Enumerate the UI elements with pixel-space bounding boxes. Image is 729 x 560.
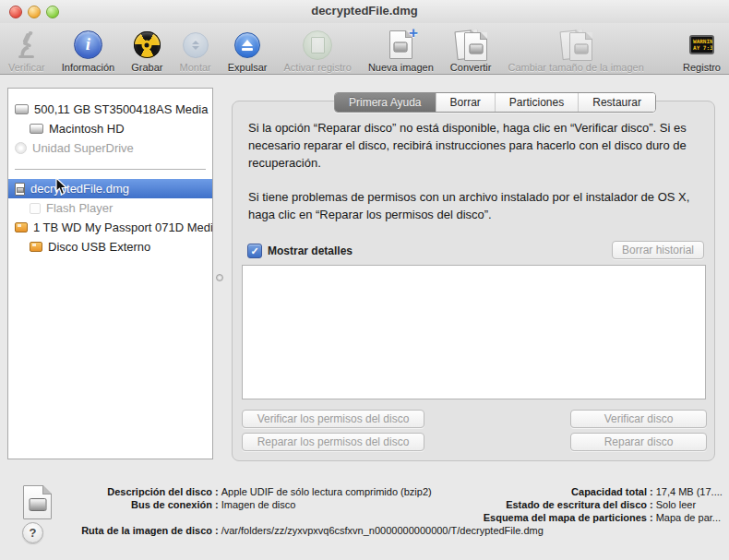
toolbar-item-label: Información (62, 61, 114, 74)
partition-scheme-line: Esquema del mapa de particiones : Mapa d… (388, 512, 729, 524)
sidebar-item-label: Disco USB Externo (48, 240, 150, 254)
tab-restore[interactable]: Restaurar (578, 93, 655, 112)
eject-toolbar-button[interactable]: Expulsar (220, 23, 276, 74)
verify-disk-button[interactable]: Verificar disco (570, 410, 707, 428)
sidebar-item-flash-player[interactable]: Flash Player (8, 198, 212, 218)
sidebar-item-label: 1 TB WD My Passport 071D Media (33, 220, 213, 234)
repair-disk-button[interactable]: Reparar disco (570, 433, 707, 451)
convert-icon (456, 29, 485, 61)
new-image-icon: + (389, 29, 412, 61)
first-aid-paragraph-1: Si la opción “Reparar disco” no está dis… (248, 119, 704, 172)
sidebar-item-decryptedfile-dmg[interactable]: decryptedFile.dmg (8, 179, 212, 198)
verify-toolbar-button[interactable]: Verificar (0, 23, 54, 74)
console-log-icon: WARNIN AY 7:36 (689, 29, 714, 61)
show-details-checkbox[interactable]: ✓ (247, 244, 262, 258)
burn-icon (134, 29, 161, 61)
burn-toolbar-button[interactable]: Grabar (123, 23, 171, 74)
eject-icon (234, 29, 260, 61)
sidebar-item-label: Macintosh HD (49, 122, 125, 136)
toolbar-item-label: Verificar (8, 61, 45, 74)
sidebar-item-internal-disk[interactable]: 500,11 GB ST3500418AS Media (8, 100, 212, 119)
convert-toolbar-button[interactable]: Convertir (442, 23, 500, 74)
info-icon: i (74, 29, 102, 61)
volume-icon (30, 203, 41, 214)
write-status-line: Estado de escritura del disco : Solo lee… (388, 499, 729, 511)
device-sidebar: 500,11 GB ST3500418AS Media Macintosh HD… (7, 88, 213, 459)
toolbar: Verificar i Información Grabar Montar Ex… (0, 23, 729, 75)
tab-partition[interactable]: Particiones (495, 93, 578, 112)
log-toolbar-button[interactable]: WARNIN AY 7:36 Registro (675, 23, 729, 74)
window-title: decryptedFile.dmg (0, 4, 729, 18)
sidebar-item-label: 500,11 GB ST3500418AS Media (34, 102, 208, 116)
toolbar-item-label: Nueva imagen (368, 61, 434, 74)
optical-drive-icon (15, 142, 27, 154)
details-output-area[interactable] (242, 265, 706, 399)
enable-log-icon (303, 29, 332, 61)
hard-drive-icon (15, 104, 29, 114)
disk-image-path-line: Ruta de la imagen de disco : /var/folder… (37, 525, 544, 537)
resize-image-toolbar-button[interactable]: Cambiar tamaño de la imagen (499, 23, 651, 74)
external-drive-icon (15, 222, 28, 232)
sidebar-item-disco-usb-externo[interactable]: Disco USB Externo (8, 237, 212, 256)
toolbar-item-label: Cambiar tamaño de la imagen (508, 61, 643, 74)
first-aid-description: Si la opción “Reparar disco” no está dis… (248, 119, 704, 240)
toolbar-item-label: Expulsar (228, 61, 268, 74)
title-bar: decryptedFile.dmg (0, 0, 729, 23)
resize-image-icon (561, 29, 591, 61)
disk-description-line: Descripción del disco : Apple UDIF de só… (37, 486, 432, 498)
splitter-handle[interactable] (216, 274, 223, 281)
toolbar-item-label: Activar registro (284, 61, 352, 74)
toolbar-item-label: Convertir (450, 61, 492, 74)
new-image-toolbar-button[interactable]: + Nueva imagen (360, 23, 442, 74)
external-drive-icon (30, 242, 42, 252)
tab-first-aid[interactable]: Primera Ayuda (335, 93, 436, 112)
microscope-icon (15, 29, 39, 61)
sidebar-item-label: Unidad SuperDrive (32, 141, 134, 155)
toolbar-item-label: Registro (683, 61, 721, 74)
mount-icon (183, 29, 209, 61)
show-details-label: Mostrar detalles (268, 244, 353, 257)
sidebar-item-superdrive[interactable]: Unidad SuperDrive (8, 138, 212, 158)
enable-journaling-toolbar-button[interactable]: Activar registro (276, 23, 360, 74)
toolbar-item-label: Montar (179, 61, 210, 74)
tab-bar: Primera Ayuda Borrar Particiones Restaur… (334, 92, 656, 113)
repair-permissions-button[interactable]: Reparar los permisos del disco (242, 433, 424, 451)
sidebar-item-label: decryptedFile.dmg (30, 182, 129, 196)
total-capacity-line: Capacidad total : 17,4 MB (17.... (388, 486, 729, 498)
connection-bus-line: Bus de conexión : Imagen de disco (37, 499, 295, 511)
disk-image-icon (15, 183, 25, 196)
mount-toolbar-button[interactable]: Montar (171, 23, 219, 74)
toolbar-item-label: Grabar (131, 61, 162, 74)
sidebar-separator (15, 169, 206, 170)
show-details-row: ✓ Mostrar detalles (247, 244, 353, 258)
sidebar-item-wd-passport[interactable]: 1 TB WD My Passport 071D Media (8, 218, 212, 237)
first-aid-paragraph-2: Si tiene problemas de permisos con un ar… (248, 188, 704, 223)
hard-drive-icon (30, 124, 43, 134)
sidebar-item-macintosh-hd[interactable]: Macintosh HD (8, 119, 212, 138)
sidebar-item-label: Flash Player (46, 201, 113, 215)
disk-utility-window: decryptedFile.dmg Verificar i Informac (0, 0, 729, 560)
info-toolbar-button[interactable]: i Información (54, 23, 123, 74)
verify-permissions-button[interactable]: Verificar los permisos del disco (242, 410, 424, 428)
clear-history-button[interactable]: Borrar historial (612, 241, 704, 259)
tab-erase[interactable]: Borrar (436, 93, 495, 112)
